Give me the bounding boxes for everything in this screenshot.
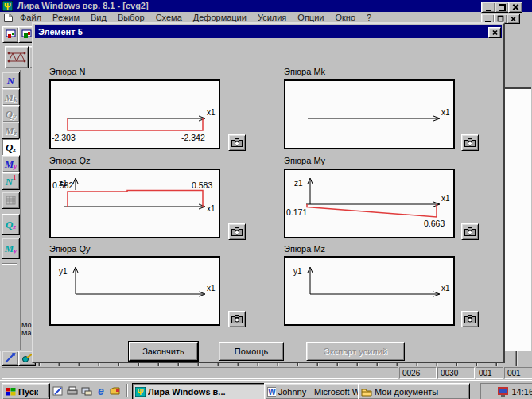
windows-logo-icon [5,387,16,397]
export-forces-button[interactable]: Экспорт усилий [306,342,405,361]
display-settings-icon[interactable] [498,387,508,397]
panel-label-qz: Эпюра Qz [49,156,90,165]
quicklaunch-printer-icon [67,385,78,397]
status-field-3: 001 [476,367,503,379]
dialog-close-button[interactable] [488,27,501,38]
quicklaunch-ie-button[interactable]: e [95,385,107,397]
snapshot-button-mz[interactable] [461,311,479,327]
status-field-4: 001 [504,367,532,379]
drawing-canvas [503,87,531,352]
task-label: Мои документы [375,387,438,397]
menu-mode[interactable]: Режим [47,12,85,23]
background-text-fragment: Мо [21,321,32,329]
force-n-button[interactable]: N [2,72,20,89]
svg-text:Ψ: Ψ [4,2,11,11]
table-icon [6,196,16,205]
toolbar-icon-1 [6,29,16,40]
menu-file[interactable]: Файл [14,12,47,23]
status-bar: 0026 0030 001 001 [0,366,532,380]
diagram-mz: y1 x1 [284,256,455,326]
task-lira-window[interactable]: Ψ Лира Windows в... [132,383,267,399]
quicklaunch-mail-button[interactable] [109,385,122,397]
clock[interactable]: 14:16 [511,387,532,397]
menu-forces[interactable]: Усилия [252,12,292,23]
menu-view[interactable]: Вид [85,12,112,23]
diagram-n: x1 -2.303 -2.342 [49,79,220,149]
quicklaunch-desktop-icon [81,385,92,397]
n-diagram-outline [68,118,203,130]
svg-text:e: e [98,385,104,397]
snapshot-button-qy[interactable] [228,311,246,327]
qz-diagram-outline [68,191,203,207]
toolbar-open-button[interactable] [2,26,19,43]
start-button[interactable]: Пуск [2,383,50,399]
quicklaunch-printer-button[interactable] [66,385,79,397]
task-my-documents[interactable]: Мои документы [358,383,470,399]
axis-label: z1 [294,179,303,188]
force-my-button[interactable]: My [2,155,20,172]
axis-label: x1 [441,284,450,292]
axis-label: y1 [59,267,68,276]
task-label: Лира Windows в... [148,387,226,397]
finish-button[interactable]: Закончить [129,342,198,361]
axis-label: x1 [207,284,216,292]
menu-deformations[interactable]: Деформации [188,12,252,23]
snapshot-button-n[interactable] [228,134,246,151]
quicklaunch-notes-icon [52,385,64,397]
restore-button[interactable] [495,2,509,13]
background-text-fragment: Ма [21,329,32,337]
panel-label-qy: Эпюра Qy [49,244,90,254]
menu-options[interactable]: Опции [292,12,329,23]
panel-label-mk: Эпюра Mk [284,67,325,76]
n-value-left: -2.303 [52,133,76,142]
panel-label-mz: Эпюра Mz [284,244,325,254]
quicklaunch-notes-button[interactable] [52,385,64,397]
force-n1-button[interactable]: N1 [2,172,20,190]
folder-icon [361,387,372,397]
force-mz-button[interactable]: Mz [2,122,20,139]
axis-label: x1 [441,108,450,117]
panel-label-n: Эпюра N [49,67,85,76]
element-dialog: Элемент 5 Эпюра N x1 -2.303 -2.342 Эпюра… [32,22,505,363]
camera-icon [464,227,476,236]
force-qz-button-pressed[interactable]: Qz [2,138,20,156]
restore-icon [499,4,506,11]
minimize-button[interactable] [481,2,495,13]
n-value-right: -2.342 [181,133,205,142]
axis-label: x1 [441,194,450,203]
quicklaunch-mail-icon [110,385,121,397]
app-title: Лира Windows вер. 8.1 - [evg2] [15,1,149,10]
my-diagram-outline [307,204,437,217]
force-qy-button[interactable]: Qy [2,105,20,122]
toolbar-icon-2 [21,29,32,40]
snapshot-button-my[interactable] [461,223,479,240]
axis-label: x1 [207,204,216,213]
menu-help[interactable]: ? [361,12,377,23]
draw-line-button[interactable] [2,351,19,366]
axis-label: x1 [207,108,216,117]
task-word-document[interactable]: W Johnny - Microsoft W... [264,383,361,399]
dialog-title: Элемент 5 [38,27,83,37]
menu-scheme[interactable]: Схема [150,12,188,23]
table-tool-button[interactable] [2,192,20,209]
frame-scheme-icon [7,50,26,64]
snapshot-button-qz[interactable] [228,223,246,240]
qz-value-right: 0.583 [192,180,212,190]
snapshot-button-mk[interactable] [461,134,479,151]
taskbar-divider [48,384,49,397]
quicklaunch-desktop-button[interactable] [80,385,93,397]
menu-window[interactable]: Окно [329,12,361,23]
mdi-close-button[interactable] [507,14,520,24]
menu-select[interactable]: Выбор [112,12,150,23]
force-n-label: N [7,76,14,86]
toolbar-edge [20,70,21,350]
force-qz-color-button[interactable]: Qz [2,214,20,235]
qz-value-left: 0.562 [52,180,73,190]
frame-scheme-button[interactable] [5,46,29,68]
force-my-color-button[interactable]: My [2,238,20,259]
close-button[interactable] [508,2,522,13]
force-mk-button[interactable]: Mk [2,88,20,106]
axis-label: y1 [293,267,302,276]
document-icon[interactable] [3,13,14,23]
help-button[interactable]: Помощь [219,342,284,361]
